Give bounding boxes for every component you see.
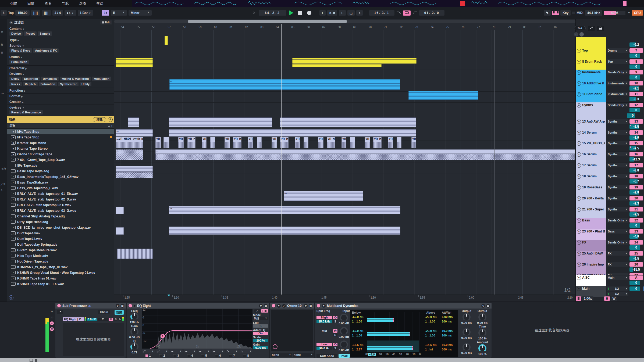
track-fold-icon[interactable]: ▾ <box>577 252 581 256</box>
volume-field[interactable]: -12.3 <box>629 157 643 162</box>
track-name[interactable]: ≡Instruments <box>576 70 606 81</box>
filter-section-label[interactable]: devices ▼ <box>9 106 112 109</box>
link-button[interactable]: k <box>1 10 7 16</box>
clip[interactable]: VR_HBD <box>373 137 382 148</box>
browser-item[interactable]: ▦Kramer Tape Mono <box>7 140 114 146</box>
browser-item[interactable]: Dirty Tape Head.adg <box>7 219 114 225</box>
routing-select[interactable]: Synths▼ <box>607 152 628 156</box>
track-fold-icon[interactable]: ▾ <box>577 81 581 86</box>
width-zoom-button[interactable]: W <box>611 296 617 301</box>
hotswap-rack-icon[interactable]: ↻ <box>50 310 54 313</box>
browser-item[interactable]: Channel Strip Analog Tape.adg <box>7 213 114 219</box>
clip[interactable] <box>257 137 262 148</box>
group-fold-icon[interactable]: ≡ <box>577 218 581 223</box>
band-filter-select[interactable]: ▼ <box>184 349 197 353</box>
packs-globe-icon[interactable]: ◍ <box>9 295 13 300</box>
track-number[interactable]: A <box>629 275 643 280</box>
release-time[interactable]: 100 ms <box>442 320 452 323</box>
filters-collapse-icon[interactable]: ▼ <box>9 21 13 24</box>
track-name[interactable]: ▾15 VR_HBD3_s <box>576 141 606 152</box>
routing-select[interactable]: Bass▼ <box>607 229 628 234</box>
track-fold-icon[interactable]: ▾ <box>577 174 581 179</box>
volume-field[interactable]: -5.7 <box>629 179 643 184</box>
filter-tag-mixing-mastering[interactable]: Mixing & Mastering <box>60 77 91 81</box>
filter-tag-sample[interactable]: Sample <box>38 31 52 36</box>
sidechain-select-1[interactable]: none▼ <box>271 353 292 357</box>
volume-field[interactable]: -7.5 <box>629 212 643 217</box>
gain-knob[interactable] <box>130 328 138 336</box>
metronome-button[interactable]: ●○▼ <box>65 10 76 16</box>
nudge-up-button[interactable]: |||| <box>42 10 51 16</box>
add-chain-icon[interactable]: + <box>50 316 54 319</box>
output-knob-2[interactable] <box>462 343 471 351</box>
save-preset-icon[interactable]: ▤ <box>486 304 490 308</box>
clip[interactable] <box>350 137 355 148</box>
track-row-fx[interactable]: ≡FXSends Only▼240 <box>576 240 644 251</box>
filter-section-label[interactable]: Devices ▼ <box>9 72 112 76</box>
filter-tag-saturation[interactable]: Saturation <box>39 82 57 86</box>
routing-select-1[interactable]: ‖1/2▼ <box>607 286 628 291</box>
chain-hotswap-icon[interactable]: ↻ <box>118 317 122 321</box>
mode-select[interactable]: M/S▼ <box>253 317 268 320</box>
clip[interactable]: VR_H <box>272 137 277 148</box>
track-fold-icon[interactable]: ▾ <box>577 276 581 280</box>
macro-toggle-icon[interactable]: ᛫▶ <box>57 310 63 314</box>
track-name[interactable]: ▾13 Au5 AW Arp <box>576 119 606 130</box>
clip[interactable]: ... <box>169 206 400 214</box>
routing-select[interactable]: Synths▼ <box>607 207 628 212</box>
save-preset-icon[interactable]: ▤ <box>309 304 312 308</box>
browser-item[interactable]: ▦kHs Tape Stop <box>7 129 114 134</box>
routing-select[interactable]: Synths▼ <box>607 174 628 178</box>
above-ratio[interactable]: 1 : 1.00 <box>425 334 435 337</box>
browser-item[interactable]: ✓BRLY_ALVE_stab_tapestop_03_G.wav <box>7 208 114 213</box>
midi-map-button[interactable]: MIDI <box>577 11 583 15</box>
device-eq-eight[interactable]: EQ Eight ↻▤ Freq 130 Hz Gain 0.00 dB Q 0… <box>127 303 269 358</box>
band-filter-select[interactable]: ▼ <box>170 349 183 353</box>
clip[interactable] <box>280 117 416 127</box>
track-number[interactable]: 12 <box>629 103 643 107</box>
clip[interactable] <box>116 166 153 172</box>
track-fold-icon[interactable]: ▾ <box>577 230 581 234</box>
chain-button[interactable]: Chain <box>98 310 110 314</box>
chain-list-icon[interactable]: ≣ <box>50 327 54 331</box>
clip[interactable]: VR_H <box>365 137 370 148</box>
release-time[interactable]: 300 ms <box>442 348 452 351</box>
filter-tag-dynamics[interactable]: Dynamics <box>41 77 59 81</box>
scale-field[interactable]: 100 % <box>253 339 268 342</box>
mbd-title-bar[interactable]: ▼ Multiband Dynamics ↻▤ <box>315 303 492 309</box>
track-fold-icon[interactable]: ▾ <box>577 131 581 135</box>
chain-mute-speaker-icon[interactable] <box>109 318 113 321</box>
track-row-18-serum[interactable]: ▾18 SerumSynths▼18-5.7 <box>576 174 644 185</box>
band-filter-select[interactable]: ▼ <box>198 349 211 353</box>
status-grid-icon[interactable] <box>30 359 33 362</box>
track-name[interactable]: ≡Synths <box>576 102 606 119</box>
clip[interactable] <box>116 64 153 67</box>
browser-item[interactable]: Basic Tape Keys.adg <box>7 168 114 174</box>
height-zoom-button[interactable]: H <box>604 296 610 301</box>
filter-tag-utility[interactable]: Utility <box>80 82 92 86</box>
browser-item[interactable]: ▦Ozone 10 Vintage Tape <box>7 151 114 157</box>
browser-item[interactable]: ✓KOMPANY_fx_tape_stop_01.wav <box>7 264 114 270</box>
eq-band-7[interactable]: ▼7 <box>226 349 239 357</box>
track-row-14-serum[interactable]: ▾14 SerumSynths▼14-3.9 <box>576 130 644 141</box>
freq-knob[interactable] <box>130 313 138 321</box>
filter-section-label[interactable]: Character ▶ <box>9 66 112 70</box>
track-number[interactable]: 13 <box>629 119 643 124</box>
browser-item[interactable]: Dull Tapedelay Spring.adv <box>7 242 114 247</box>
filter-section-label[interactable]: Sounds ▼ <box>9 44 112 48</box>
release-time[interactable]: 200 ms <box>442 334 452 337</box>
track-number[interactable]: 21 <box>629 207 643 212</box>
volume-field[interactable]: 0 <box>629 53 643 58</box>
track-name[interactable]: ▾26 Inspire Imp <box>576 262 606 273</box>
output-knob-1[interactable] <box>462 328 471 336</box>
group-fold-icon[interactable]: ≡ <box>577 103 581 107</box>
track-name[interactable]: ▾10 Addictive K <box>576 81 606 92</box>
volume-field[interactable]: -9.5 <box>629 146 643 150</box>
eq-display[interactable]: 1 1260-6-12 1001k10k <box>142 309 252 349</box>
browser-item[interactable]: ✓7-60, - Growl_Tape_Stop D.wav <box>7 157 114 163</box>
arrangement-position-field[interactable]: 64. 2. 2 <box>259 10 286 16</box>
time-signature-field[interactable]: 4 / 4 <box>52 10 63 16</box>
clip[interactable] <box>292 58 417 64</box>
clip[interactable] <box>397 137 401 148</box>
track-name[interactable]: ▾23 760 - Phat B <box>576 229 606 240</box>
